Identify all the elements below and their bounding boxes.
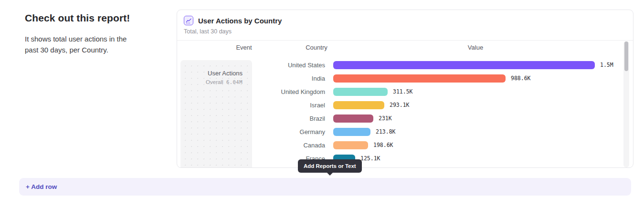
page-description: It shows total user actions in the past … <box>25 33 139 56</box>
value-label: 213.8K <box>376 128 396 135</box>
page-title: Check out this report! <box>25 12 149 24</box>
table-row: India988.6K <box>177 72 621 85</box>
value-label: 125.1K <box>360 155 380 162</box>
report-title: User Actions by Country <box>198 17 282 25</box>
table-row: United Kingdom311.5K <box>177 85 621 98</box>
table-row: France125.1K <box>177 152 621 165</box>
table-row: United States1.5M <box>177 58 621 72</box>
value-label: 293.1K <box>390 102 410 108</box>
value-label: 988.6K <box>511 75 531 82</box>
report-card[interactable]: User Actions by Country Total, last 30 d… <box>177 10 633 168</box>
country-label: Canada <box>177 142 325 149</box>
value-label: 231K <box>379 115 392 122</box>
country-label: Israel <box>177 102 325 109</box>
table-row: Brazil231K <box>177 112 621 125</box>
report-builder-page: Check out this report! It shows total us… <box>0 0 644 208</box>
tooltip-arrow <box>327 172 333 176</box>
country-label: United Kingdom <box>177 88 325 95</box>
value-bar[interactable] <box>333 61 595 69</box>
value-label: 1.5M <box>600 62 613 68</box>
country-label: Brazil <box>177 115 325 122</box>
report-subtitle: Total, last 30 days <box>184 28 626 35</box>
value-bar[interactable] <box>333 88 388 96</box>
value-label: 198.6K <box>373 142 393 148</box>
column-header-event: Event <box>236 44 252 51</box>
table-row: Germany213.8K <box>177 125 621 138</box>
country-label: Germany <box>177 128 325 135</box>
country-label: United States <box>177 62 325 69</box>
report-card-header: User Actions by Country Total, last 30 d… <box>177 10 633 41</box>
country-label: India <box>177 75 325 82</box>
value-bar[interactable] <box>333 74 506 83</box>
intro-text-block: Check out this report! It shows total us… <box>25 12 149 56</box>
table-row: Israel293.1K <box>177 98 621 112</box>
add-reports-tooltip: Add Reports or Text <box>298 159 362 173</box>
value-label: 311.5K <box>393 88 413 95</box>
add-row-label: + Add row <box>26 183 57 190</box>
value-bar[interactable] <box>333 114 373 123</box>
scrollbar-track[interactable] <box>623 41 629 167</box>
value-bar[interactable] <box>333 141 368 149</box>
scrollbar-thumb[interactable] <box>624 42 628 71</box>
value-bar[interactable] <box>333 101 384 109</box>
line-chart-icon <box>184 16 193 25</box>
table-row: Canada198.6K <box>177 138 621 152</box>
column-header-value: Value <box>468 44 483 51</box>
bar-chart-rows: United States1.5MIndia988.6KUnited Kingd… <box>177 58 621 165</box>
tooltip-label: Add Reports or Text <box>304 163 356 169</box>
add-row-button[interactable]: + Add row <box>19 178 631 196</box>
value-bar[interactable] <box>333 128 370 136</box>
column-header-country: Country <box>306 44 327 51</box>
